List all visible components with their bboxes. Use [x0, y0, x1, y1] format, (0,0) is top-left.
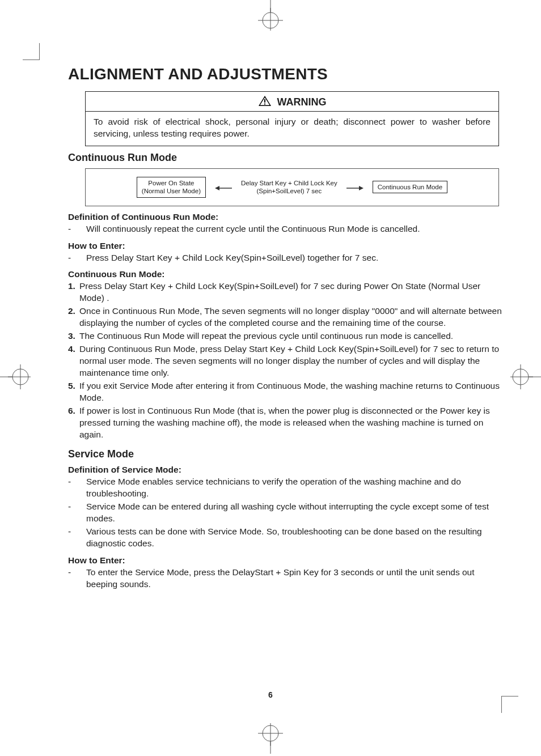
- step-1: 1. Press Delay Start Key + Child Lock Ke…: [68, 281, 505, 304]
- how-text: Press Delay Start Key + Child Lock Key(S…: [86, 252, 378, 264]
- step-number: 3.: [68, 330, 79, 342]
- service-how-bullet: - To enter the Service Mode, press the D…: [68, 567, 505, 591]
- svg-rect-19: [264, 104, 265, 105]
- svg-rect-18: [264, 99, 265, 103]
- warning-text: To avoid risk of electrical shock, perso…: [86, 112, 498, 146]
- step-3: 3. The Continuous Run Mode will repeat t…: [68, 330, 505, 342]
- crop-mark-top-left: [23, 43, 40, 60]
- svg-marker-23: [359, 186, 364, 190]
- flow-box-keys: Delay Start Key + Child Lock Key (Spin+S…: [241, 179, 337, 196]
- flow-box-continuous: Continuous Run Mode: [373, 181, 447, 193]
- step-number: 2.: [68, 305, 79, 329]
- warning-icon: [258, 95, 272, 109]
- arrow-right-icon: [346, 181, 364, 194]
- service-def-bullet-2: - Service Mode can be entered during all…: [68, 501, 505, 525]
- flow-diagram: Power On State (Normal User Mode) Delay …: [85, 168, 499, 206]
- page-title: ALIGNMENT AND ADJUSTMENTS: [68, 65, 505, 83]
- service-how-label: How to Enter:: [68, 555, 505, 566]
- step-number: 1.: [68, 281, 79, 304]
- continuous-run-heading: Continuous Run Mode: [68, 152, 505, 164]
- bullet-dash: -: [68, 252, 86, 264]
- warning-header: WARNING: [86, 92, 498, 112]
- registration-mark-top: [250, 0, 291, 33]
- flow-box-text: Power On State: [142, 179, 201, 187]
- how-to-enter-label: How to Enter:: [68, 241, 505, 251]
- step-text: Press Delay Start Key + Child Lock Key(S…: [79, 281, 505, 304]
- registration-mark-left: [0, 356, 31, 400]
- how-bullet: - Press Delay Start Key + Child Lock Key…: [68, 252, 505, 264]
- definition-bullet: - Will continuously repeat the current c…: [68, 223, 505, 235]
- step-text: Once in Continuous Run Mode, The seven s…: [79, 305, 505, 329]
- svg-marker-21: [215, 186, 219, 190]
- flow-box-text: (Normal User Mode): [142, 187, 201, 195]
- bullet-dash: -: [68, 501, 86, 525]
- continuous-steps-label: Continuous Run Mode:: [68, 269, 505, 279]
- service-def-text: Service Mode can be entered during all w…: [86, 501, 505, 525]
- bullet-dash: -: [68, 567, 86, 591]
- bullet-dash: -: [68, 526, 86, 550]
- warning-box: WARNING To avoid risk of electrical shoc…: [85, 91, 499, 146]
- flow-box-power-on: Power On State (Normal User Mode): [137, 177, 206, 198]
- definition-text: Will continuously repeat the current cyc…: [86, 223, 420, 235]
- bullet-dash: -: [68, 476, 86, 500]
- service-def-bullet-1: - Service Mode enables service technicia…: [68, 476, 505, 500]
- step-5: 5. If you exit Service Mode after enteri…: [68, 380, 505, 404]
- service-definition-label: Definition of Service Mode:: [68, 465, 505, 475]
- step-number: 6.: [68, 405, 79, 441]
- step-text: If power is lost in Continuous Run Mode …: [79, 405, 505, 441]
- registration-mark-right: [510, 356, 541, 400]
- step-2: 2. Once in Continuous Run Mode, The seve…: [68, 305, 505, 329]
- step-4: 4. During Continuous Run Mode, press Del…: [68, 343, 505, 379]
- service-mode-heading: Service Mode: [68, 448, 505, 460]
- arrow-left-icon: [215, 181, 232, 194]
- step-text: If you exit Service Mode after entering …: [79, 380, 505, 404]
- page-number: 6: [0, 690, 541, 699]
- service-def-bullet-3: - Various tests can be done with Service…: [68, 526, 505, 550]
- step-text: The Continuous Run Mode will repeat the …: [79, 330, 453, 342]
- definition-label: Definition of Continuous Run Mode:: [68, 212, 505, 222]
- step-6: 6. If power is lost in Continuous Run Mo…: [68, 405, 505, 441]
- warning-label: WARNING: [277, 96, 327, 108]
- bullet-dash: -: [68, 223, 86, 235]
- step-text: During Continuous Run Mode, press Delay …: [79, 343, 505, 379]
- flow-box-text: Delay Start Key + Child Lock Key: [241, 179, 337, 187]
- step-number: 5.: [68, 380, 79, 404]
- step-number: 4.: [68, 343, 79, 379]
- flow-box-text: (Spin+SoilLevel) 7 sec: [241, 187, 337, 195]
- page-content: ALIGNMENT AND ADJUSTMENTS WARNING To avo…: [68, 65, 505, 592]
- service-def-text: Service Mode enables service technicians…: [86, 476, 505, 500]
- service-def-text: Various tests can be done with Service M…: [86, 526, 505, 550]
- registration-mark-bottom: [250, 723, 291, 756]
- service-how-text: To enter the Service Mode, press the Del…: [86, 567, 505, 591]
